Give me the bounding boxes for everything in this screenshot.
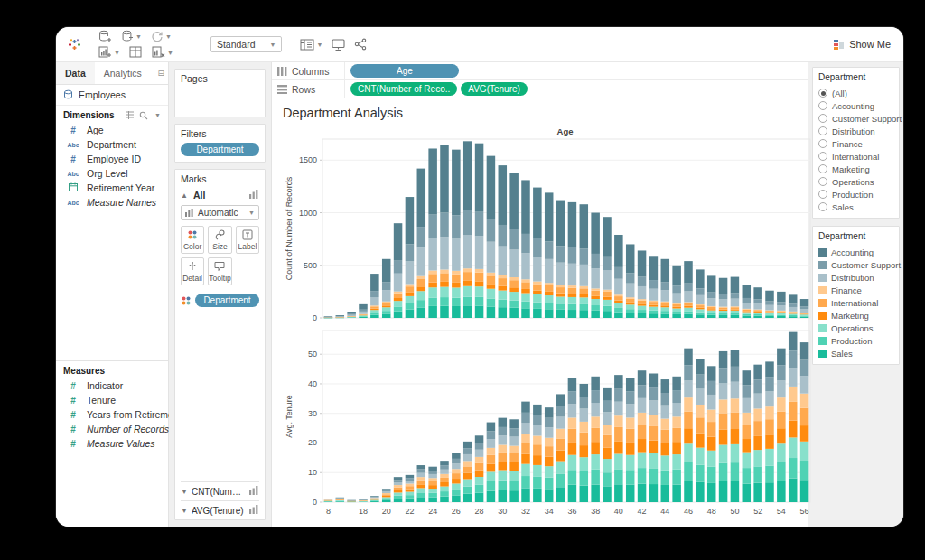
bar-segment[interactable] [463,466,472,472]
bar-segment[interactable] [487,439,496,448]
add-data-icon[interactable] [97,28,114,44]
bar-segment[interactable] [428,493,437,498]
bar-segment[interactable] [684,412,693,429]
bar-segment[interactable] [428,238,437,271]
bar-segment[interactable] [475,477,484,485]
bar-segment[interactable] [753,314,762,316]
bar-segment[interactable] [800,306,809,309]
bar-segment[interactable] [382,307,391,311]
bar-segment[interactable] [487,242,496,273]
bar-segment[interactable] [499,490,508,502]
bar-segment[interactable] [684,284,693,292]
bar-segment[interactable] [533,415,542,425]
bar-segment[interactable] [696,405,705,417]
bar-segment[interactable] [533,188,542,238]
bar-segment[interactable] [545,438,554,446]
bar-segment[interactable] [394,499,403,502]
bar-segment[interactable] [359,304,368,310]
bar-segment[interactable] [753,310,762,311]
bar-segment[interactable] [521,234,530,253]
bar-segment[interactable] [417,488,426,492]
bar-segment[interactable] [580,294,589,298]
legend-item[interactable]: Sales [818,347,893,359]
bar-segment[interactable] [417,276,426,279]
bar-segment[interactable] [545,192,554,241]
bar-segment[interactable] [545,407,554,418]
bar-segment[interactable] [707,309,716,310]
bar-segment[interactable] [521,308,530,318]
bar-segment[interactable] [568,294,577,297]
bar-segment[interactable] [696,465,705,482]
bar-segment[interactable] [475,286,484,297]
bar-segment[interactable] [475,144,484,211]
bar-segment[interactable] [753,299,762,303]
bar-segment[interactable] [638,277,647,286]
bar-segment[interactable] [684,261,693,284]
bar-segment[interactable] [359,310,368,312]
bar-segment[interactable] [521,454,530,464]
bar-segment[interactable] [591,454,600,470]
bar-segment[interactable] [568,417,577,428]
bar-segment[interactable] [475,269,484,273]
bar-segment[interactable] [545,309,554,318]
bar-segment[interactable] [731,444,740,462]
bar-segment[interactable] [382,500,391,502]
bar-segment[interactable] [463,297,472,306]
bar-segment[interactable] [649,305,659,307]
bar-segment[interactable] [626,299,635,303]
bar-segment[interactable] [614,303,623,308]
bar-segment[interactable] [743,309,752,310]
legend-item[interactable]: Operations [818,322,893,334]
bar-segment[interactable] [428,274,437,282]
bar-segment[interactable] [672,303,681,304]
bar-segment[interactable] [614,469,623,484]
legend-item[interactable]: Accounting [818,246,893,258]
bar-segment[interactable] [765,311,774,312]
bar-segment[interactable] [568,202,577,247]
bar-segment[interactable] [533,284,542,290]
bar-segment[interactable] [521,289,530,294]
bar-segment[interactable] [463,479,472,486]
columns-pill[interactable]: Age [350,64,459,78]
bar-segment[interactable] [406,310,415,318]
bar-segment[interactable] [440,487,449,492]
bar-segment[interactable] [696,313,705,315]
bar-segment[interactable] [580,288,589,294]
bar-segment[interactable] [394,496,403,499]
bar-segment[interactable] [591,428,600,442]
bar-segment[interactable] [336,499,345,500]
bar-segment[interactable] [440,474,449,478]
bar-segment[interactable] [614,294,623,296]
bar-segment[interactable] [382,290,391,301]
bar-segment[interactable] [499,275,508,278]
filter-option[interactable]: Sales [818,201,893,213]
bar-segment[interactable] [603,311,612,318]
bar-segment[interactable] [649,484,659,502]
bar-segment[interactable] [533,405,542,415]
color-button[interactable]: Color [181,226,204,254]
bar-segment[interactable] [545,303,554,309]
detail-button[interactable]: Detail [181,257,204,285]
bar-segment[interactable] [499,462,508,470]
bar-segment[interactable] [696,288,705,295]
bar-segment[interactable] [765,291,774,302]
bar-segment[interactable] [370,315,379,318]
bar-segment[interactable] [440,212,449,237]
bar-segment[interactable] [382,313,391,318]
bar-segment[interactable] [591,470,600,485]
bar-segment[interactable] [626,244,635,273]
bar-segment[interactable] [475,450,484,457]
bar-segment[interactable] [533,444,542,455]
bar-segment[interactable] [765,316,774,318]
bar-segment[interactable] [428,148,437,214]
bar-segment[interactable] [556,285,565,287]
bar-segment[interactable] [499,307,508,318]
bar-segment[interactable] [603,447,612,459]
bar-segment[interactable] [370,305,379,306]
bar-segment[interactable] [533,477,542,489]
bar-segment[interactable] [789,479,798,502]
bar-segment[interactable] [649,453,659,469]
bar-segment[interactable] [661,455,670,470]
bar-segment[interactable] [580,422,589,433]
bar-segment[interactable] [533,425,542,436]
